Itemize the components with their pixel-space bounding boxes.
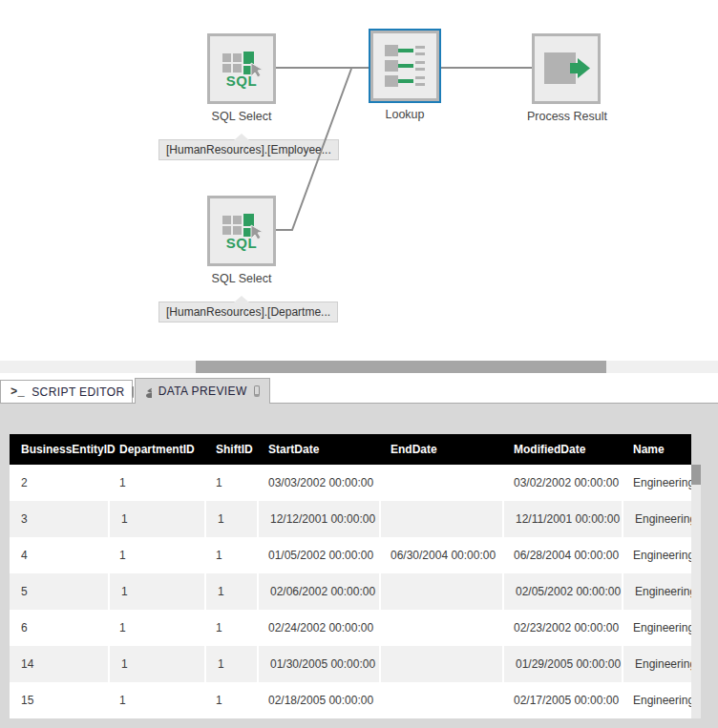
process-result-icon	[541, 50, 591, 88]
table-cell: 01/29/2005 00:00:00	[502, 646, 622, 682]
popout-window-icon[interactable]	[132, 386, 134, 398]
table-cell: 5	[10, 573, 108, 610]
sql-badge-label: SQL	[226, 237, 257, 250]
node-label: SQL Select	[180, 272, 304, 285]
tab-label: SCRIPT EDITOR	[32, 385, 124, 399]
table-cell: 4	[10, 537, 108, 573]
table-row[interactable]: 41101/05/2002 00:00:0006/30/2004 00:00:0…	[10, 537, 691, 573]
table-body: 21103/03/2002 00:00:0003/02/2002 00:00:0…	[10, 465, 691, 718]
connection-wires	[0, 0, 718, 361]
table-cell: 1	[204, 573, 257, 610]
node-sql-select-1[interactable]: SQL	[207, 33, 276, 104]
table-vertical-scrollbar[interactable]	[691, 465, 701, 718]
table-cell: 1	[108, 610, 204, 646]
table-cell: 02/05/2002 00:00:00	[502, 573, 622, 610]
bottom-tab-bar: >_ SCRIPT EDITOR DATA PREVIEW	[0, 373, 718, 404]
table-cell: 02/23/2002 00:00:00	[502, 610, 622, 646]
table-cell: Engineering	[622, 537, 691, 573]
table-row[interactable]: 61102/24/2002 00:00:0002/23/2002 00:00:0…	[10, 610, 691, 646]
table-header-row: BusinessEntityIDDepartmentIDShiftIDStart…	[10, 434, 691, 465]
table-cell: 12/12/2001 00:00:00	[257, 501, 379, 537]
sql-badge-label: SQL	[226, 74, 257, 88]
table-cell	[379, 682, 502, 718]
table-cell	[379, 465, 502, 501]
table-cell: 6	[10, 610, 108, 646]
table-cell: Engineering	[622, 682, 691, 718]
data-table: BusinessEntityIDDepartmentIDShiftIDStart…	[10, 434, 691, 718]
data-preview-eye-icon	[145, 385, 152, 399]
tooltip-text: [HumanResources].[Departme...	[166, 305, 330, 319]
table-cell	[379, 501, 502, 537]
table-cell: 14	[10, 646, 108, 682]
column-header[interactable]: Name	[622, 434, 691, 465]
table-row[interactable]: 31112/12/2001 00:00:0012/11/2001 00:00:0…	[10, 501, 691, 537]
table-cell: 02/06/2002 00:00:00	[257, 573, 379, 610]
node-lookup[interactable]	[370, 31, 439, 101]
column-header[interactable]: ModifiedDate	[502, 434, 622, 465]
table-cell: 1	[108, 537, 204, 573]
lookup-icon	[383, 44, 427, 88]
table-cell	[379, 573, 502, 610]
tab-script-editor[interactable]: >_ SCRIPT EDITOR	[0, 380, 133, 403]
table-cell: 01/30/2005 00:00:00	[257, 646, 379, 682]
table-cell: 1	[108, 646, 204, 682]
node-label: Lookup	[343, 108, 467, 121]
table-row[interactable]: 151102/18/2005 00:00:0002/17/2005 00:00:…	[10, 682, 691, 718]
tab-data-preview[interactable]: DATA PREVIEW	[135, 378, 270, 404]
table-cell: 1	[204, 465, 257, 501]
table-cell: 12/11/2001 00:00:00	[502, 501, 622, 537]
table-cell: 01/05/2002 00:00:00	[257, 537, 379, 573]
data-preview-panel: BusinessEntityIDDepartmentIDShiftIDStart…	[0, 404, 718, 728]
table-cell: 1	[204, 501, 257, 537]
node-label: SQL Select	[180, 110, 304, 123]
table-cell: 1	[204, 610, 257, 646]
table-name-tooltip: [HumanResources].[Employee...	[158, 139, 339, 160]
table-cell: 15	[10, 682, 108, 718]
table-cell: 02/24/2002 00:00:00	[257, 610, 379, 646]
table-row[interactable]: 141101/30/2005 00:00:0001/29/2005 00:00:…	[10, 646, 691, 682]
table-cell: Engineering	[622, 501, 691, 537]
table-cell: 1	[108, 501, 204, 537]
table-cell: 03/03/2002 00:00:00	[257, 465, 379, 501]
tooltip-text: [HumanResources].[Employee...	[166, 143, 331, 156]
table-cell: 02/18/2005 00:00:00	[257, 682, 379, 718]
app-window: [HumanResources].[Employee... [HumanReso…	[0, 0, 718, 728]
node-sql-select-2[interactable]: SQL	[207, 196, 276, 266]
table-cell: 1	[204, 646, 257, 682]
table-cell: 2	[10, 465, 108, 501]
table-cell: Engineering	[622, 646, 691, 682]
terminal-icon: >_	[11, 385, 25, 399]
column-header[interactable]: DepartmentID	[108, 434, 204, 465]
vertical-scrollbar-thumb[interactable]	[691, 465, 701, 485]
column-header[interactable]: StartDate	[257, 434, 379, 465]
table-cell: 3	[10, 501, 108, 537]
column-header[interactable]: EndDate	[379, 434, 502, 465]
workflow-canvas[interactable]: [HumanResources].[Employee... [HumanReso…	[0, 0, 718, 361]
node-label: Process Result	[505, 110, 629, 123]
table-cell: Engineering	[622, 610, 691, 646]
table-cell: 1	[204, 537, 257, 573]
node-process-result[interactable]	[532, 33, 601, 104]
horizontal-scrollbar-thumb[interactable]	[196, 361, 606, 373]
table-cell: 06/28/2004 00:00:00	[502, 537, 622, 573]
table-cell: 06/30/2004 00:00:00	[379, 537, 502, 573]
table-cell	[379, 646, 502, 682]
table-cell: 1	[108, 573, 204, 610]
canvas-horizontal-scrollbar[interactable]	[0, 361, 718, 373]
table-cell	[379, 610, 502, 646]
table-row[interactable]: 51102/06/2002 00:00:0002/05/2002 00:00:0…	[10, 573, 691, 610]
table-cell: 02/17/2005 00:00:00	[502, 682, 622, 718]
table-cell: 1	[108, 465, 204, 501]
table-row[interactable]: 21103/03/2002 00:00:0003/02/2002 00:00:0…	[10, 465, 691, 501]
table-cell: 03/02/2002 00:00:00	[502, 465, 622, 501]
popout-window-icon[interactable]	[254, 385, 260, 397]
table-cell: Engineering	[622, 573, 691, 610]
tab-label: DATA PREVIEW	[158, 385, 247, 398]
table-cell: 1	[204, 682, 257, 718]
table-cell: 1	[108, 682, 204, 718]
column-header[interactable]: BusinessEntityID	[10, 434, 108, 465]
column-header[interactable]: ShiftID	[204, 434, 257, 465]
table-cell: Engineering	[622, 465, 691, 501]
table-name-tooltip: [HumanResources].[Departme...	[158, 302, 338, 322]
